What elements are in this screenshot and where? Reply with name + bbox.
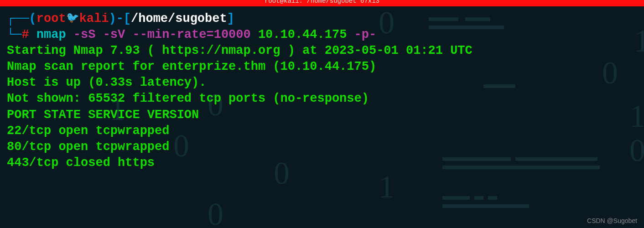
terminal-content[interactable]: ┌──(root🐦kali)-[/home/sugobet] └─# nmap …: [0, 6, 644, 176]
rbracket: ]: [227, 12, 234, 26]
prompt-line-1: ┌──(root🐦kali)-[/home/sugobet]: [7, 11, 637, 27]
output-port-22: 22/tcp open tcpwrapped: [7, 123, 637, 139]
output-port-80: 80/tcp open tcpwrapped: [7, 139, 637, 155]
output-header: PORT STATE SERVICE VERSION: [7, 107, 637, 123]
prompt-corner-bottom: └─: [7, 28, 21, 41]
prompt-path: /home/sugobet: [131, 12, 227, 26]
title-bar: root@kali: /home/sugobet 67x13: [0, 0, 644, 6]
output-line-4: Not shown: 65532 filtered tcp ports (no-…: [7, 91, 637, 107]
prompt-host: kali: [79, 12, 109, 26]
cmd-target: 10.10.44.175: [258, 28, 347, 41]
output-line-2: Nmap scan report for enterprize.thm (10.…: [7, 59, 637, 75]
command-line: └─# nmap -sS -sV --min-rate=10000 10.10.…: [7, 27, 637, 43]
rparen: )-: [109, 12, 123, 26]
output-port-443: 443/tcp closed https: [7, 155, 637, 171]
title-text: root@kali: /home/sugobet 67x13: [265, 0, 379, 5]
cmd-flags1: -sS -sV --min-rate=: [66, 28, 214, 41]
watermark: CSDN @Sugobet: [587, 217, 637, 224]
cmd-space: [251, 28, 258, 41]
prompt-hash: #: [21, 28, 36, 41]
lparen: (: [29, 12, 36, 26]
bird-icon: 🐦: [66, 12, 79, 26]
cmd-tool: nmap: [36, 28, 66, 41]
cmd-rate: 10000: [214, 28, 251, 41]
output-line-1: Starting Nmap 7.93 ( https://nmap.org ) …: [7, 43, 637, 59]
cmd-flags2: -p-: [347, 28, 376, 41]
prompt-corner-top: ┌──: [7, 12, 29, 26]
output-line-3: Host is up (0.33s latency).: [7, 75, 637, 91]
lbracket: [: [124, 12, 131, 26]
prompt-user: root: [36, 12, 66, 26]
